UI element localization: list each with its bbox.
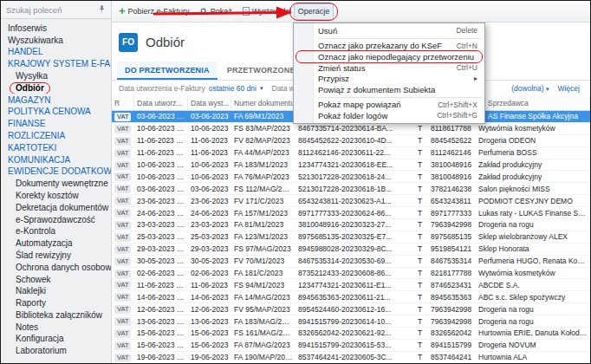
sidebar-item-magazyn[interactable]: MAGAZYN	[1, 94, 111, 106]
sidebar-item-biblioteka-zalacznikow[interactable]: Biblioteka załączników	[1, 309, 111, 321]
menu-item-pokaz-folder-logow[interactable]: Pokaż folder logówCtrl+Shift+G	[294, 110, 484, 121]
cell-text: 29-03-2023	[191, 244, 228, 253]
sidebar-item-label: POLITYKA CENOWA	[8, 107, 91, 117]
table-cell: 12-06-2023 0...	[134, 305, 188, 314]
menu-item-oznacz-jako-niepodlegajacy-przetworzeniu[interactable]: Oznacz jako niepodlegający przetworzeniu	[294, 51, 484, 62]
table-cell: 29-03-2023	[188, 244, 231, 253]
cell-text: 15-06-2023 0...	[137, 341, 187, 349]
table-row[interactable]: VAT10-06-2023 0...10-06-2023FA 76/MAP/20…	[112, 171, 590, 183]
sidebar-item-kartoteki[interactable]: KARTOTEKI	[1, 141, 111, 153]
table-cell: VAT	[112, 269, 134, 278]
sidebar-item-schowek[interactable]: Schowek	[1, 273, 111, 285]
search-input[interactable]: Szukaj poleceń	[6, 5, 98, 15]
cell-text: 6543243811	[431, 197, 471, 205]
sidebar-item-e-kontrola[interactable]: e-Kontrola	[1, 225, 111, 237]
cell-text: FA 190/MAP/2023	[234, 353, 294, 361]
cell-text: T	[418, 185, 422, 193]
sidebar-item-slad-rewizyjny[interactable]: Ślad rewizyjny	[1, 249, 111, 261]
sidebar-item-rozliczenia[interactable]: ROZLICZENIA	[1, 129, 111, 141]
sidebar-item-infoserwis[interactable]: Infoserwis	[1, 22, 111, 34]
sidebar-item-krajowy-system-e-faktur[interactable]: KRAJOWY SYSTEM E-FAKTUR	[1, 57, 111, 69]
toolbar-button-pokaz[interactable]: Pokaż	[196, 3, 237, 20]
menu-item-powiaz-z-dokumentem-subiekta[interactable]: Powiąż z dokumentem Subiekta	[294, 84, 484, 95]
column-header-sprzedawca[interactable]: Sprzedawca	[476, 96, 590, 110]
sidebar-item-naklejki[interactable]: Naklejki	[1, 285, 111, 297]
pin-icon[interactable]	[98, 5, 106, 14]
table-cell: VAT	[112, 172, 134, 181]
sidebar-item-ochrona-danych-osobowych[interactable]: Ochrona danych osobowych	[1, 261, 111, 273]
menu-item-oznacz-jako-przekazany-do-ksef[interactable]: Oznacz jako przekazany do KSeFCtrl+N	[294, 41, 484, 52]
sidebar-item-label: Konfiguracja	[16, 334, 64, 344]
toolbar-button-wystaw-dokument-handlowy[interactable]: Wystaw dokument handlowy	[238, 3, 292, 20]
cell-text: T	[418, 220, 422, 229]
column-header-numer-dokumentu[interactable]: Numer dokumentu	[231, 96, 296, 110]
sidebar-item-laboratorium[interactable]: Laboratorium	[1, 345, 111, 357]
table-row[interactable]: VAT13-06-2023 0...13-06-2023FA 183/MAG/2…	[112, 315, 590, 328]
sidebar-item-konfiguracja[interactable]: Konfiguracja	[1, 333, 111, 345]
menu-item-pokaz-mape-powiazan[interactable]: Pokaż mapę powiązańCtrl+Shift+X	[294, 100, 484, 111]
table-row[interactable]: VAT29-03-2023 0...29-03-2023FS 97/MAG/20…	[112, 244, 590, 256]
table-row[interactable]: VAT15-06-2023 0...15-06-2023FA 87/MAG/20…	[112, 340, 590, 352]
menu-separator	[318, 38, 482, 39]
column-header-label: Data utworz...	[137, 99, 182, 107]
table-row[interactable]: VAT02-06-2023 0...02-06-2023FA 181/C/202…	[112, 268, 590, 280]
table-cell: 11-06-2023	[188, 281, 231, 289]
sidebar-item-korekty-kosztow[interactable]: Korekty kosztów	[1, 189, 111, 201]
sidebar-item-e-sprawozdawczosc[interactable]: e-Sprawozdawczość	[1, 213, 111, 225]
sidebar-item-ewidencje-dodatkowe[interactable]: EWIDENCJE DODATKOWE	[1, 166, 111, 178]
sidebar-item-automatyzacja[interactable]: Automatyzacja	[1, 237, 111, 249]
table-cell: 6543243811-20230623-A1...	[296, 197, 415, 205]
table-row[interactable]: VAT14-06-2023 0...14-06-2023FA 14/MAG/20…	[112, 291, 590, 303]
tab-przetworzone[interactable]: PRZETWORZONE	[219, 62, 303, 80]
sidebar-item-polityka-cenowa[interactable]: POLITYKA CENOWA	[1, 106, 111, 118]
menu-item-zmien-status[interactable]: Zmień statusCtrl+U	[294, 62, 484, 74]
column-header-data-wyst[interactable]: Data wyst...	[188, 96, 231, 110]
table-row[interactable]: VAT12-06-2023 0...12-06-2023FV 95/MAP/20…	[112, 303, 590, 315]
table-cell: PODMIOT CESYJNY DEMO	[476, 197, 590, 205]
table-row[interactable]: VAT11-06-2023 0...11-06-2023FA 44/MAP/20…	[112, 147, 590, 159]
command-search[interactable]: Szukaj poleceń	[1, 1, 111, 19]
table-cell: 9519854121	[428, 244, 476, 253]
sidebar-item-notes[interactable]: Notes	[1, 321, 111, 333]
sidebar-item-handel[interactable]: HANDEL	[1, 46, 111, 58]
table-cell: FA 183/M1/2023	[231, 160, 296, 169]
table-row[interactable]: VAT10-06-2023 0...10-06-2023FA 183/M1/20…	[112, 159, 590, 172]
toolbar-button-operacje[interactable]: Operacje	[294, 3, 334, 20]
tab-do-przetworzenia[interactable]: DO PRZETWORZENIA	[117, 62, 218, 80]
filter-any-value[interactable]: (dowolna)	[511, 84, 543, 93]
sidebar-item-wyszukiwarka[interactable]: Wyszukiwarka	[1, 34, 111, 46]
table-row[interactable]: VAT25-03-2023 0...25-03-2023FA 123/M1/20…	[112, 231, 590, 244]
cell-text: Hurtownia ERIE, Danuta Kołodziejczyk	[478, 328, 590, 337]
column-header-data-utworz[interactable]: Data utworz...	[134, 96, 188, 110]
column-header-r[interactable]: R	[112, 96, 134, 110]
column-header-label: R	[114, 99, 120, 107]
operations-context-menu: UsuńDeleteOznacz jako przekazany do KSeF…	[293, 23, 485, 124]
table-cell: 8118617788	[428, 124, 476, 133]
table-row[interactable]: VAT30-05-2023 0...30-05-2023FV 70/M1/202…	[112, 256, 590, 268]
table-cell: 8945988028-20230329-8C...	[296, 244, 415, 253]
sidebar-item-odbior[interactable]: Odbiór	[1, 81, 111, 94]
cell-text: T	[418, 197, 422, 205]
table-row[interactable]: VAT23-03-2023 0...23-03-2023FA 81/M1/202…	[112, 219, 590, 231]
sidebar-item-raporty[interactable]: Raporty	[1, 296, 111, 309]
sidebar-item-wysylka[interactable]: Wysyłka	[1, 69, 111, 81]
table-row[interactable]: VAT11-06-2023 0...11-06-2023FV 82/MAP/20…	[112, 135, 590, 147]
table-row[interactable]: VAT19-06-2023 0...19-06-2023FA 190/MAP/2…	[112, 352, 590, 363]
filter-created-value[interactable]: ostatnie 60 dni	[209, 84, 257, 93]
sidebar-item-dekretacja-dokumentow[interactable]: Dekretacja dokumentów	[1, 201, 111, 213]
table-row[interactable]: VAT10-06-2023 1...10-06-2023FS 83/MAP/20…	[112, 123, 590, 135]
table-row[interactable]: VAT03-06-2023 0...03-06-2023FS 112/MAG/2…	[112, 183, 590, 195]
menu-item-usun[interactable]: UsuńDelete	[294, 25, 484, 36]
menu-item-przypisz[interactable]: Przypisz▸	[294, 73, 484, 84]
table-row[interactable]: VAT15-06-2023 0...15-06-2023FS 161/MAG/2…	[112, 328, 590, 340]
sidebar-item-finanse[interactable]: FINANSE	[1, 117, 111, 129]
table-row[interactable]: VAT23-06-2023 0...23-06-2023FV 171/C/202…	[112, 195, 590, 207]
toolbar-button-pobierz-e-faktury[interactable]: +Pobierz e-Faktury	[114, 3, 194, 20]
table-row[interactable]: VAT24-06-2023 0...24-06-2023FA 157/M1/20…	[112, 207, 590, 219]
cell-text: 10-06-2023	[191, 160, 228, 169]
more-filters-link[interactable]: Więcej	[557, 84, 580, 93]
sidebar-item-komunikacja[interactable]: KOMUNIKACJA	[1, 153, 111, 166]
sidebar-item-dokumenty-wewnetrzne[interactable]: Dokumenty wewnętrzne	[1, 177, 111, 189]
table-row[interactable]: VAT11-06-2023 0...11-06-2023FS 94/M1/202…	[112, 279, 590, 291]
cell-text: 1234774321-20230618-EE...	[298, 160, 393, 169]
